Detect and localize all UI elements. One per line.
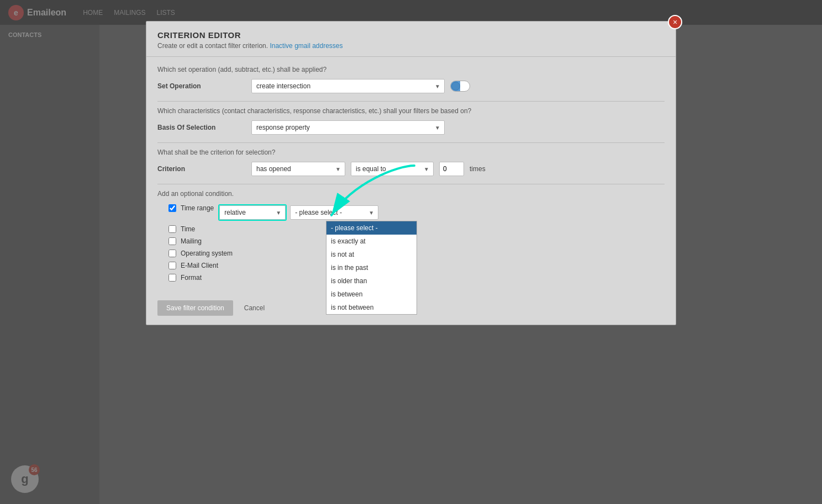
modal-header: CRITERION EDITOR Create or edit a contac… xyxy=(146,22,676,57)
modal-subtitle-text: Create or edit a contact filter criterio… xyxy=(157,42,268,50)
optional-label: Add an optional condition. xyxy=(157,190,665,198)
modal-subtitle-link[interactable]: Inactive gmail addresses xyxy=(270,42,342,50)
toggle-handle xyxy=(451,82,460,91)
set-operation-select[interactable]: create intersection add subtract xyxy=(251,79,445,93)
dropdown-option-0[interactable]: - please select - xyxy=(326,221,417,235)
set-operation-select-wrap: create intersection add subtract ▼ xyxy=(251,79,445,93)
section1-question: Which set operation (add, subtract, etc.… xyxy=(157,66,665,73)
mailing-checkbox[interactable] xyxy=(168,237,176,245)
modal-close-button[interactable]: × xyxy=(668,15,682,29)
time-range-checkbox[interactable] xyxy=(168,204,176,212)
basis-select-wrap: response property contact property ▼ xyxy=(251,120,445,135)
set-operation-row: Set Operation create intersection add su… xyxy=(157,79,665,93)
time-checkbox-label: Time xyxy=(181,225,195,233)
dropdown-option-5[interactable]: is between xyxy=(326,288,417,301)
dropdown-option-4[interactable]: is older than xyxy=(326,274,417,288)
divider-3 xyxy=(157,184,665,184)
criterion-operator-wrap: is equal to is not equal to is greater t… xyxy=(351,162,434,176)
criterion-select-wrap: has opened has clicked has not opened ▼ xyxy=(251,162,345,176)
criterion-select[interactable]: has opened has clicked has not opened xyxy=(251,162,345,176)
os-checkbox[interactable] xyxy=(168,250,176,257)
dropdown-option-2[interactable]: is not at xyxy=(326,248,417,261)
os-checkbox-label: Operating system xyxy=(181,250,233,257)
save-filter-button[interactable]: Save filter condition xyxy=(157,300,233,316)
time-range-select2[interactable]: - please select - xyxy=(290,205,378,220)
criterion-editor-modal: × CRITERION EDITOR Create or edit a cont… xyxy=(146,21,676,325)
dropdown-option-1[interactable]: is exactly at xyxy=(326,235,417,248)
criterion-row: Criterion has opened has clicked has not… xyxy=(157,162,665,176)
format-checkbox[interactable] xyxy=(168,274,176,282)
email-client-checkbox-label: E-Mail Client xyxy=(181,262,218,269)
divider-1 xyxy=(157,101,665,102)
format-checkbox-label: Format xyxy=(181,274,202,282)
time-checkbox[interactable] xyxy=(168,225,176,233)
criterion-number-input[interactable] xyxy=(439,162,464,176)
toggle-button[interactable] xyxy=(450,81,470,92)
set-operation-label: Set Operation xyxy=(157,82,246,90)
time-range-checkbox-label: Time range xyxy=(181,204,214,212)
modal-title: CRITERION EDITOR xyxy=(157,30,665,40)
divider-2 xyxy=(157,142,665,143)
basis-label: Basis Of Selection xyxy=(157,124,246,131)
dropdown-option-6[interactable]: is not between xyxy=(326,301,417,314)
criterion-operator-select[interactable]: is equal to is not equal to is greater t… xyxy=(351,162,434,176)
time-range-select1[interactable]: relative absolute fixed xyxy=(219,205,286,220)
basis-select[interactable]: response property contact property xyxy=(251,120,445,135)
time-range-selects: relative absolute fixed ▼ - please selec… xyxy=(218,204,378,221)
cancel-button[interactable]: Cancel xyxy=(238,300,271,316)
mailing-checkbox-label: Mailing xyxy=(181,237,202,245)
time-range-select1-wrap: relative absolute fixed ▼ xyxy=(219,205,286,220)
section2-question: Which characteristics (contact character… xyxy=(157,107,665,115)
criterion-label: Criterion xyxy=(157,165,246,173)
basis-row: Basis Of Selection response property con… xyxy=(157,120,665,135)
time-range-checkbox-row: Time range xyxy=(157,204,214,212)
section3-question: What shall be the criterion for selectio… xyxy=(157,148,665,156)
time-range-select2-wrap: - please select - ▼ xyxy=(290,205,378,220)
modal-subtitle: Create or edit a contact filter criterio… xyxy=(157,42,665,50)
dropdown-options-list: - please select - is exactly at is not a… xyxy=(326,221,417,315)
time-range-row: Time range relative absolute fixed ▼ xyxy=(157,204,665,221)
criterion-times-label: times xyxy=(470,165,486,173)
modal-body: Which set operation (add, subtract, etc.… xyxy=(146,57,676,295)
time-range-select1-highlight: relative absolute fixed ▼ xyxy=(218,204,287,221)
email-client-checkbox[interactable] xyxy=(168,262,176,269)
dropdown-option-3[interactable]: is in the past xyxy=(326,261,417,274)
